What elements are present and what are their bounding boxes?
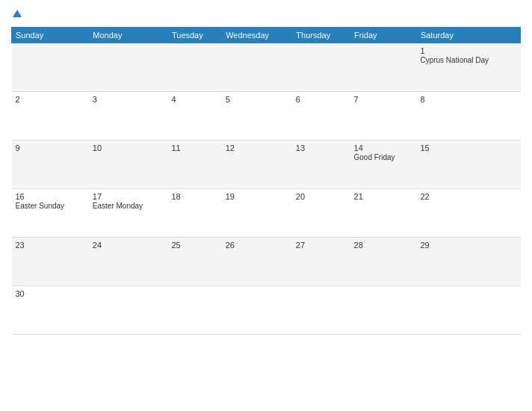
calendar-cell [350,286,417,335]
day-number: 1 [420,46,516,55]
day-number: 21 [354,192,413,201]
day-number: 22 [420,192,516,201]
calendar-cell: 16Easter Sunday [12,189,89,238]
calendar-cell [416,286,520,335]
calendar-cell: 13 [292,140,350,189]
calendar-cell: 9 [12,140,89,189]
calendar-cell: 17Easter Monday [89,189,168,238]
calendar-cell [350,43,417,92]
holiday-label: Cyprus National Day [420,56,516,64]
weekday-header: Monday [89,28,168,43]
calendar-cell: 21 [350,189,417,238]
calendar-cell: 12 [222,140,292,189]
calendar-cell: 26 [222,238,292,286]
calendar-cell: 27 [292,238,350,286]
day-number: 27 [296,241,347,250]
page: SundayMondayTuesdayWednesdayThursdayFrid… [0,0,532,411]
calendar-cell: 30 [12,286,89,335]
day-number: 7 [354,95,413,104]
calendar-cell: 25 [167,238,221,286]
calendar-cell [222,286,292,335]
calendar-cell: 29 [416,238,520,286]
calendar-cell [292,286,350,335]
day-number: 30 [16,289,85,298]
calendar-cell: 18 [167,189,221,238]
calendar-cell: 14Good Friday [350,140,417,189]
calendar-week-row: 23242526272829 [12,238,521,286]
day-number: 24 [93,241,164,250]
calendar-cell [167,286,221,335]
calendar-week-row: 30 [12,286,521,335]
day-number: 16 [16,192,85,201]
day-number: 29 [420,241,516,250]
holiday-label: Good Friday [354,153,413,161]
day-number: 19 [226,192,288,201]
day-number: 17 [93,192,164,201]
logo-triangle-icon [13,7,22,19]
calendar-cell: 10 [89,140,168,189]
weekday-header: Tuesday [167,28,221,43]
day-number: 6 [296,95,347,104]
day-number: 4 [171,95,217,104]
calendar-cell: 8 [416,92,520,140]
calendar-table: SundayMondayTuesdayWednesdayThursdayFrid… [11,27,521,335]
calendar-cell: 22 [416,189,520,238]
day-number: 13 [296,143,347,152]
calendar-week-row: 2345678 [12,92,521,140]
calendar-cell: 28 [350,238,417,286]
calendar-cell: 4 [167,92,221,140]
calendar-cell: 15 [416,140,520,189]
calendar-cell: 24 [89,238,168,286]
calendar-cell [167,43,221,92]
day-number: 18 [171,192,217,201]
calendar-cell [89,286,168,335]
calendar-cell: 19 [222,189,292,238]
calendar-cell: 2 [12,92,89,140]
holiday-label: Easter Sunday [16,202,85,210]
logo [11,7,22,19]
day-number: 28 [354,241,413,250]
day-number: 20 [296,192,347,201]
svg-marker-0 [13,10,22,17]
day-number: 2 [16,95,85,104]
calendar-week-row: 91011121314Good Friday15 [12,140,521,189]
header [11,7,521,19]
calendar-cell: 20 [292,189,350,238]
day-number: 3 [93,95,164,104]
calendar-cell: 11 [167,140,221,189]
calendar-cell [292,43,350,92]
day-number: 9 [16,143,85,152]
calendar-cell [89,43,168,92]
calendar-cell: 23 [12,238,89,286]
day-number: 12 [226,143,288,152]
weekday-header: Sunday [12,28,89,43]
calendar-cell: 1Cyprus National Day [416,43,520,92]
day-number: 23 [16,241,85,250]
weekday-header: Thursday [292,28,350,43]
day-number: 14 [354,143,413,152]
day-number: 26 [226,241,288,250]
day-number: 25 [171,241,217,250]
calendar-week-row: 16Easter Sunday17Easter Monday1819202122 [12,189,521,238]
day-number: 10 [93,143,164,152]
calendar-cell: 5 [222,92,292,140]
day-number: 15 [420,143,516,152]
weekday-header: Saturday [416,28,520,43]
calendar-week-row: 1Cyprus National Day [12,43,521,92]
calendar-cell [12,43,89,92]
weekday-header: Wednesday [222,28,292,43]
day-number: 5 [226,95,288,104]
day-number: 11 [171,143,217,152]
weekday-header: Friday [350,28,417,43]
holiday-label: Easter Monday [93,202,164,210]
weekday-header-row: SundayMondayTuesdayWednesdayThursdayFrid… [12,28,521,43]
day-number: 8 [420,95,516,104]
calendar-cell: 7 [350,92,417,140]
calendar-cell: 6 [292,92,350,140]
calendar-cell: 3 [89,92,168,140]
calendar-cell [222,43,292,92]
